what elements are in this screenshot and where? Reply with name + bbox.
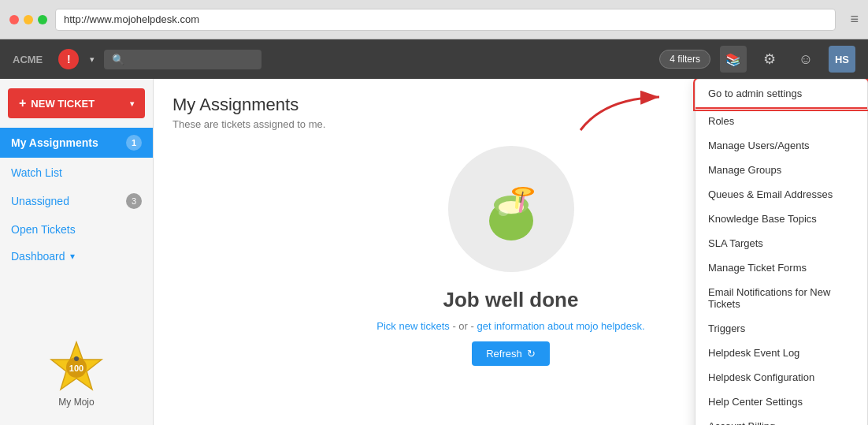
- sidebar-item-dashboard[interactable]: Dashboard ▾: [0, 243, 153, 270]
- url-bar[interactable]: http://www.mojohelpdesk.com: [55, 9, 836, 31]
- smiley-icon-button[interactable]: ☺: [792, 46, 819, 73]
- alert-button[interactable]: !: [58, 49, 79, 69]
- dot-minimize[interactable]: [24, 15, 33, 24]
- sidebar: + NEW TICKET ▾ My Assignments 1 Watch Li…: [0, 79, 154, 425]
- dropdown-manage-ticket-forms[interactable]: Manage Ticket Forms: [696, 255, 867, 280]
- unassigned-badge: 3: [126, 193, 142, 209]
- dropdown-manage-groups[interactable]: Manage Groups: [696, 158, 867, 182]
- browser-menu-icon[interactable]: ≡: [850, 11, 859, 28]
- dropdown-queues-email[interactable]: Queues & Email Addresses: [696, 182, 867, 207]
- get-info-link[interactable]: get information about mojo helpdesk.: [477, 320, 644, 332]
- dropdown-roles[interactable]: Roles: [696, 109, 867, 133]
- dropdown-help-center[interactable]: Help Center Settings: [696, 390, 867, 414]
- dropdown-knowledge-base[interactable]: Knowledge Base Topics: [696, 207, 867, 231]
- dropdown-helpdesk-event-log[interactable]: Helpdesk Event Log: [696, 341, 867, 365]
- svg-point-12: [499, 210, 508, 216]
- nav-brand: ACME: [13, 54, 43, 65]
- browser-dots: [9, 15, 47, 24]
- pick-new-tickets-link[interactable]: Pick new tickets: [377, 320, 449, 332]
- top-nav: ACME ! ▾ 4 filters 📚 ⚙ ☺ HS: [0, 39, 868, 79]
- new-ticket-button[interactable]: + NEW TICKET ▾: [8, 88, 145, 118]
- my-mojo-section: 100 My Mojo: [0, 330, 153, 416]
- coconut-illustration: [472, 170, 551, 248]
- dropdown-helpdesk-config[interactable]: Helpdesk Configuration: [696, 365, 867, 390]
- browser-chrome: http://www.mojohelpdesk.com ≡: [0, 0, 868, 39]
- refresh-icon: ↻: [527, 348, 536, 360]
- pick-tickets-text: Pick new tickets - or - get information …: [377, 320, 644, 332]
- plus-icon: +: [19, 96, 26, 110]
- dropdown-manage-users[interactable]: Manage Users/Agents: [696, 133, 867, 158]
- my-assignments-badge: 1: [126, 135, 142, 151]
- dropdown-triggers[interactable]: Triggers: [696, 316, 867, 341]
- sidebar-item-my-assignments[interactable]: My Assignments 1: [0, 128, 153, 158]
- filters-button[interactable]: 4 filters: [659, 50, 710, 69]
- svg-text:100: 100: [69, 363, 83, 373]
- search-input[interactable]: [104, 50, 262, 69]
- star-icon: 100: [49, 338, 104, 393]
- my-mojo-label: My Mojo: [58, 397, 94, 408]
- refresh-button[interactable]: Refresh ↻: [472, 341, 550, 366]
- book-icon-button[interactable]: 📚: [720, 46, 747, 73]
- job-done-text: Job well done: [443, 288, 579, 312]
- main-content: My Assignments These are tickets assigne…: [154, 79, 868, 425]
- dot-close[interactable]: [9, 15, 19, 24]
- user-badge[interactable]: HS: [829, 46, 855, 73]
- sidebar-item-open-tickets[interactable]: Open Tickets: [0, 216, 153, 243]
- dashboard-arrow-icon: ▾: [70, 251, 75, 262]
- svg-point-3: [74, 356, 79, 361]
- dot-maximize[interactable]: [38, 15, 47, 24]
- dropdown-menu: Go to admin settings Roles Manage Users/…: [695, 79, 868, 425]
- main-layout: + NEW TICKET ▾ My Assignments 1 Watch Li…: [0, 79, 868, 425]
- sidebar-item-unassigned[interactable]: Unassigned 3: [0, 186, 153, 216]
- coconut-circle: [448, 146, 574, 272]
- star-container: 100 My Mojo: [49, 338, 104, 408]
- new-ticket-arrow-icon: ▾: [130, 99, 134, 108]
- dropdown-account-billing[interactable]: Account Billing: [696, 414, 867, 425]
- go-to-admin-item[interactable]: Go to admin settings: [696, 80, 867, 109]
- app: ACME ! ▾ 4 filters 📚 ⚙ ☺ HS + NEW TICKET…: [0, 39, 868, 425]
- gear-icon-button[interactable]: ⚙: [756, 46, 783, 73]
- dropdown-sla-targets[interactable]: SLA Targets: [696, 231, 867, 255]
- alert-dropdown-arrow[interactable]: ▾: [90, 54, 95, 65]
- dropdown-email-notifications[interactable]: Email Notifications for New Tickets: [696, 280, 867, 316]
- sidebar-item-watch-list[interactable]: Watch List: [0, 159, 153, 186]
